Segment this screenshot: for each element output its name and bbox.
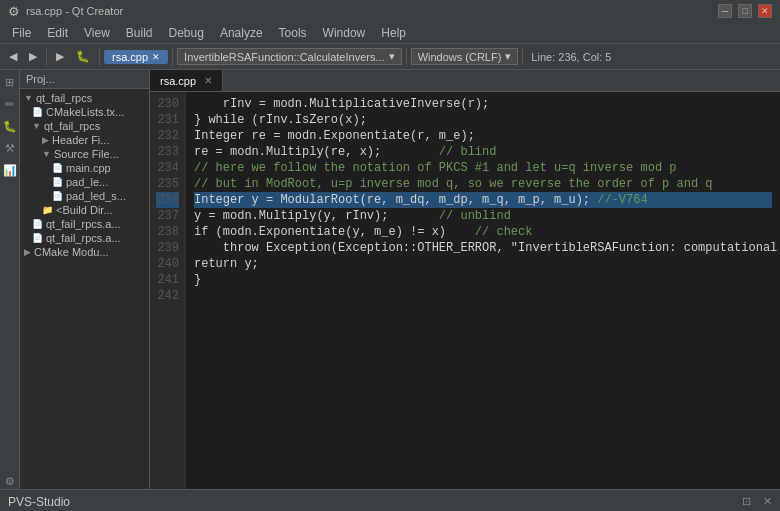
line-number: 235 — [156, 176, 179, 192]
menu-item-tools[interactable]: Tools — [271, 24, 315, 42]
menu-item-file[interactable]: File — [4, 24, 39, 42]
minimize-button[interactable]: ─ — [718, 4, 732, 18]
position-label: Line: 236, Col: 5 — [531, 51, 611, 63]
code-editor: rsa.cpp✕ 2302312322332342352362372382392… — [150, 70, 780, 489]
expand-arrow-icon: 📄 — [32, 219, 43, 229]
tree-item-label: qt_fail_rpcs — [36, 92, 92, 104]
line-number: 230 — [156, 96, 179, 112]
separator — [46, 48, 47, 66]
line-number: 241 — [156, 272, 179, 288]
separator2 — [99, 48, 100, 66]
code-line: } — [194, 272, 772, 288]
tree-item[interactable]: 📄qt_fail_rpcs.a... — [20, 217, 149, 231]
menu-item-help[interactable]: Help — [373, 24, 414, 42]
line-number: 237 — [156, 208, 179, 224]
tree-item-label: qt_fail_rpcs.a... — [46, 218, 121, 230]
tree-item[interactable]: 📄pad_led_s... — [20, 189, 149, 203]
maximize-button[interactable]: □ — [738, 4, 752, 18]
close-icon[interactable]: ✕ — [152, 52, 160, 62]
pvs-panel-header: PVS-Studio ⊡ ✕ — [0, 490, 780, 511]
code-line: Integer re = modn.Exponentiate(r, m_e); — [194, 128, 772, 144]
menu-item-build[interactable]: Build — [118, 24, 161, 42]
expand-arrow-icon: 📄 — [32, 107, 43, 117]
code-line: re = modn.Multiply(re, x); // blind — [194, 144, 772, 160]
sidebar-debug-icon[interactable]: 🐛 — [2, 118, 18, 134]
expand-arrow-icon: 📄 — [32, 233, 43, 243]
code-line: y = modn.Multiply(y, rInv); // unblind — [194, 208, 772, 224]
project-tree: ▼qt_fail_rpcs📄CMakeLists.tx...▼qt_fail_r… — [20, 89, 149, 489]
menu-item-debug[interactable]: Debug — [161, 24, 212, 42]
expand-arrow-icon: ▶ — [42, 135, 49, 145]
line-number: 233 — [156, 144, 179, 160]
code-line: rInv = modn.MultiplicativeInverse(r); — [194, 96, 772, 112]
tree-item[interactable]: ▼qt_fail_rpcs — [20, 91, 149, 105]
tree-item[interactable]: 📁<Build Dir... — [20, 203, 149, 217]
line-number: 231 — [156, 112, 179, 128]
sidebar-analyze-icon[interactable]: 📊 — [2, 162, 18, 178]
platform-label: Windows (CRLF) — [418, 51, 502, 63]
code-line: throw Exception(Exception::OTHER_ERROR, … — [194, 240, 772, 256]
tree-item[interactable]: ▶Header Fi... — [20, 133, 149, 147]
close-button[interactable]: ✕ — [758, 4, 772, 18]
tree-item[interactable]: 📄qt_fail_rpcs.a... — [20, 231, 149, 245]
menu-item-window[interactable]: Window — [315, 24, 374, 42]
code-area[interactable]: 230231232233234235236237238239240241242 … — [150, 92, 780, 489]
main-toolbar: ◀ ▶ ▶ 🐛 rsa.cpp ✕ InvertibleRSAFunction:… — [0, 44, 780, 70]
expand-arrow-icon: 📄 — [52, 163, 63, 173]
sidebar-build-icon[interactable]: ⚒ — [2, 140, 18, 156]
line-numbers: 230231232233234235236237238239240241242 — [150, 92, 186, 489]
back-button[interactable]: ◀ — [4, 47, 22, 66]
platform-dropdown[interactable]: Windows (CRLF) ▾ — [411, 48, 519, 65]
forward-button[interactable]: ▶ — [24, 47, 42, 66]
tree-item-label: main.cpp — [66, 162, 111, 174]
chevron-down-icon2: ▾ — [505, 50, 511, 63]
tree-item[interactable]: 📄main.cpp — [20, 161, 149, 175]
debug-button[interactable]: 🐛 — [71, 47, 95, 66]
sidebar-edit-icon[interactable]: ✏ — [2, 96, 18, 112]
menu-item-edit[interactable]: Edit — [39, 24, 76, 42]
sidebar-settings-icon[interactable]: ⚙ — [2, 473, 18, 489]
tab-close-icon[interactable]: ✕ — [204, 75, 212, 86]
expand-arrow-icon: ▶ — [24, 247, 31, 257]
tree-item-label: Header Fi... — [52, 134, 109, 146]
function-dropdown[interactable]: InvertibleRSAFunction::CalculateInvers..… — [177, 48, 402, 65]
editor-tabs: rsa.cpp✕ — [150, 70, 780, 92]
tree-item[interactable]: ▼Source File... — [20, 147, 149, 161]
expand-arrow-icon: 📄 — [52, 177, 63, 187]
expand-arrow-icon: ▼ — [32, 121, 41, 131]
titlebar: ⚙ rsa.cpp - Qt Creator ─ □ ✕ — [0, 0, 780, 22]
pvs-panel: PVS-Studio ⊡ ✕ ☰ ▽ High: 103 Medium: 945… — [0, 489, 780, 511]
line-number: 240 — [156, 256, 179, 272]
tree-item-label: Source File... — [54, 148, 119, 160]
pvs-dock-icon[interactable]: ⊡ — [742, 495, 751, 508]
menu-item-view[interactable]: View — [76, 24, 118, 42]
code-content[interactable]: rInv = modn.MultiplicativeInverse(r);} w… — [186, 92, 780, 489]
project-panel: Proj... ▼qt_fail_rpcs📄CMakeLists.tx...▼q… — [20, 70, 150, 489]
tree-item-label: <Build Dir... — [56, 204, 113, 216]
app-icon: ⚙ — [8, 4, 20, 19]
file-tab[interactable]: rsa.cpp ✕ — [104, 50, 168, 64]
expand-arrow-icon: ▼ — [42, 149, 51, 159]
window-controls: ─ □ ✕ — [718, 4, 772, 18]
tree-item[interactable]: ▶CMake Modu... — [20, 245, 149, 259]
pvs-close-icon[interactable]: ✕ — [763, 495, 772, 508]
sidebar-icons: ⊞ ✏ 🐛 ⚒ 📊 ⚙ — [0, 70, 20, 489]
window-title: rsa.cpp - Qt Creator — [26, 5, 123, 17]
pvs-title: PVS-Studio — [8, 495, 70, 509]
code-line: } while (rInv.IsZero(x); — [194, 112, 772, 128]
tree-item-label: qt_fail_rpcs.a... — [46, 232, 121, 244]
code-line: Integer y = ModularRoot(re, m_dq, m_dp, … — [194, 192, 772, 208]
tree-item[interactable]: ▼qt_fail_rpcs — [20, 119, 149, 133]
tree-item[interactable]: 📄pad_le... — [20, 175, 149, 189]
code-line: // but in ModRoot, u=p inverse mod q, so… — [194, 176, 772, 192]
expand-arrow-icon: 📁 — [42, 205, 53, 215]
build-button[interactable]: ▶ — [51, 47, 69, 66]
menubar: FileEditViewBuildDebugAnalyzeToolsWindow… — [0, 22, 780, 44]
editor-tab-rsa.cpp[interactable]: rsa.cpp✕ — [150, 70, 223, 91]
line-number: 232 — [156, 128, 179, 144]
tree-item[interactable]: 📄CMakeLists.tx... — [20, 105, 149, 119]
tab-label: rsa.cpp — [160, 75, 196, 87]
menu-item-analyze[interactable]: Analyze — [212, 24, 271, 42]
separator5 — [522, 48, 523, 66]
sidebar-projects-icon[interactable]: ⊞ — [2, 74, 18, 90]
